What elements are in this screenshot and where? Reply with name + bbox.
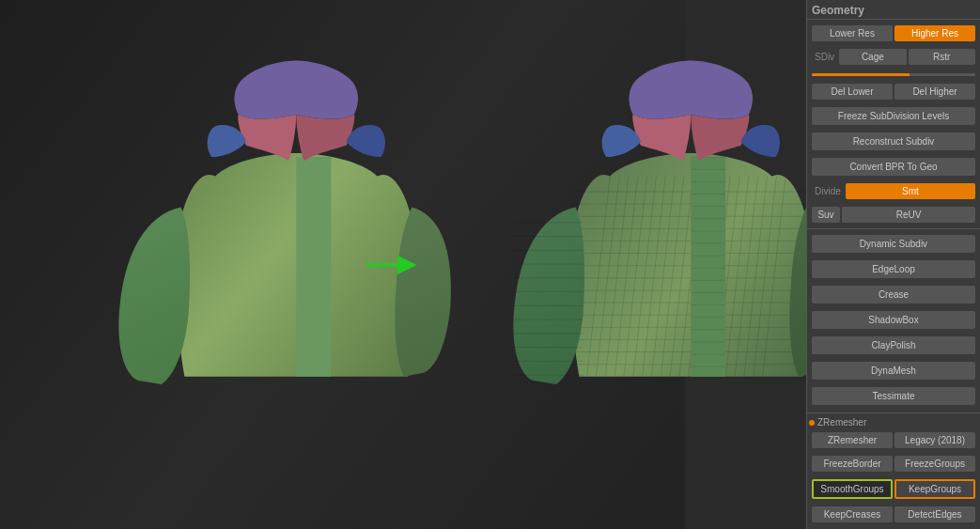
sdiv-label: SDiv — [812, 51, 837, 63]
shadowbox-button[interactable]: ShadowBox — [812, 311, 975, 329]
rstr-button[interactable]: Rstr — [909, 49, 975, 65]
keep-creases-button[interactable]: KeepCreases — [812, 506, 893, 522]
freeze-subdiv-button[interactable]: Freeze SubDivision Levels — [812, 107, 975, 125]
edgeloop-button[interactable]: EdgeLoop — [812, 260, 975, 278]
freeze-border-button[interactable]: FreezeBorder — [812, 456, 893, 472]
crease-button[interactable]: Crease — [812, 286, 975, 303]
divide-label: Divide — [812, 185, 844, 197]
dynamic-subdiv-button[interactable]: Dynamic Subdiv — [812, 235, 975, 253]
del-higher-button[interactable]: Del Higher — [894, 84, 975, 100]
geometry-title: Geometry — [807, 0, 980, 20]
suv-button[interactable]: Suv — [812, 207, 840, 223]
reuv-button[interactable]: ReUV — [842, 207, 975, 223]
zremesher-button[interactable]: ZRemesher — [812, 432, 893, 448]
reconstruct-subdiv-button[interactable]: Reconstruct Subdiv — [812, 132, 975, 150]
main-viewport — [0, 0, 806, 529]
zremesher-dot — [809, 420, 815, 426]
claypolish-button[interactable]: ClayPolish — [812, 336, 975, 354]
zremesher-label: ZRemesher — [817, 417, 866, 428]
lower-res-button[interactable]: Lower Res — [812, 25, 893, 41]
keep-groups-button[interactable]: KeepGroups — [894, 479, 975, 499]
detect-edges-button[interactable]: DetectEdges — [894, 506, 975, 522]
dynamesh-button[interactable]: DynaMesh — [812, 362, 975, 380]
higher-res-button[interactable]: Higher Res — [894, 25, 975, 41]
sdiv-bar — [812, 73, 975, 76]
tessimate-button[interactable]: Tessimate — [812, 387, 975, 405]
cage-button[interactable]: Cage — [839, 49, 906, 65]
smooth-groups-button[interactable]: SmoothGroups — [812, 479, 893, 499]
arrow-svg — [366, 251, 423, 279]
freeze-groups-button[interactable]: FreezeGroups — [894, 456, 975, 472]
right-panel: Geometry Lower Res Higher Res SDiv Cage … — [806, 0, 980, 529]
legacy-button[interactable]: Legacy (2018) — [894, 432, 975, 448]
convert-bpr-button[interactable]: Convert BPR To Geo — [812, 158, 975, 176]
smt-button[interactable]: Smt — [846, 183, 975, 199]
del-lower-button[interactable]: Del Lower — [812, 84, 893, 100]
